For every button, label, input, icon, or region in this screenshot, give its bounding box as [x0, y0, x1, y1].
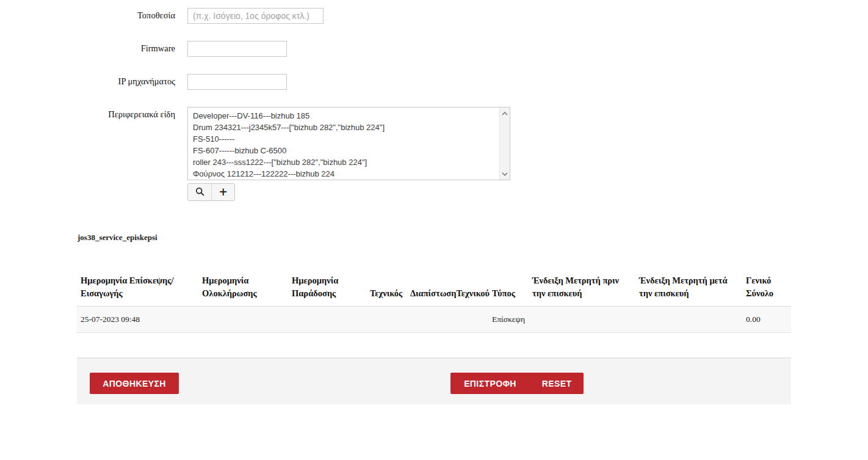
peripherals-label: Περιφερειακά είδη	[0, 109, 175, 120]
location-input[interactable]	[187, 8, 324, 24]
reset-button[interactable]: RESET	[530, 373, 584, 394]
chevron-down-icon[interactable]	[500, 169, 510, 179]
search-button[interactable]	[188, 184, 211, 200]
cell-grand-total: 0.00	[742, 307, 791, 333]
listbox-scrollbar[interactable]	[499, 108, 510, 180]
cell-technician	[366, 307, 407, 333]
col-header-type: Τύπος	[488, 272, 529, 307]
firmware-label: Firmware	[0, 43, 175, 54]
col-header-counter-before: Ένδειξη Μετρητή πριν την επισκευή	[529, 272, 635, 307]
col-header-visit-date: Ημερομηνία Επίσκεψης/Εισαγωγής	[77, 272, 198, 307]
peripherals-options: Developer---DV-116---bizhub 185 Drum 234…	[188, 108, 499, 180]
firmware-input[interactable]	[187, 41, 287, 57]
location-label: Τοποθεσία	[0, 10, 175, 21]
save-button[interactable]: ΑΠΟΘΗΚΕΥΣΗ	[90, 373, 179, 394]
list-item[interactable]: Drum 234321---j2345k57---["bizhub 282","…	[193, 122, 499, 133]
chevron-up-icon[interactable]	[500, 108, 510, 119]
table-header-row: Ημερομηνία Επίσκεψης/Εισαγωγής Ημερομηνί…	[77, 272, 791, 307]
col-header-technician: Τεχνικός	[366, 272, 407, 307]
table-row[interactable]: 25-07-2023 09:48 Επίσκεψη 0.00	[77, 307, 791, 333]
list-item[interactable]: Φούρνος 121212---122222---bizhub 224	[193, 168, 499, 180]
add-button[interactable]: +	[211, 184, 234, 200]
col-header-technician-findings: ΔιαπίστωσηΤεχνικού	[407, 272, 488, 307]
list-item[interactable]: Developer---DV-116---bizhub 185	[193, 110, 499, 122]
search-icon	[195, 187, 204, 198]
col-header-delivery-date: Ημερομηνία Παράδοσης	[288, 272, 366, 307]
machine-ip-label: IP μηχανήματος	[0, 76, 175, 87]
peripherals-listbox[interactable]: Developer---DV-116---bizhub 185 Drum 234…	[187, 107, 510, 180]
plus-icon: +	[219, 187, 227, 197]
service-visit-form-page: Τοποθεσία Firmware IP μηχανήματος Περιφε…	[0, 0, 868, 460]
cell-completion-date	[198, 307, 288, 333]
cell-technician-findings	[407, 307, 488, 333]
col-header-counter-after: Ένδειξη Μετρητή μετά την επισκευή	[635, 272, 742, 307]
cell-counter-after	[635, 307, 742, 333]
peripherals-toolbar: +	[187, 183, 235, 201]
col-header-grand-total: Γενικό Σύνολο	[742, 272, 791, 307]
visits-table: Ημερομηνία Επίσκεψης/Εισαγωγής Ημερομηνί…	[77, 272, 791, 333]
cell-counter-before	[529, 307, 635, 333]
list-item[interactable]: FS-510------	[193, 133, 499, 145]
cell-delivery-date	[288, 307, 366, 333]
back-button[interactable]: ΕΠΙΣΤΡΟΦΗ	[450, 373, 530, 394]
cell-visit-date: 25-07-2023 09:48	[77, 307, 198, 333]
col-header-completion-date: Ημερομηνία Ολοκλήρωσης	[198, 272, 288, 307]
section-title: jos38_service_episkepsi	[78, 233, 157, 243]
list-item[interactable]: roller 243---sss1222---["bizhub 282","bi…	[193, 156, 499, 168]
machine-ip-input[interactable]	[187, 74, 287, 90]
footer-panel: ΑΠΟΘΗΚΕΥΣΗ ΕΠΙΣΤΡΟΦΗ RESET	[77, 357, 791, 404]
list-item[interactable]: FS-607------bizhub C-6500	[193, 145, 499, 156]
cell-type: Επίσκεψη	[488, 307, 529, 333]
